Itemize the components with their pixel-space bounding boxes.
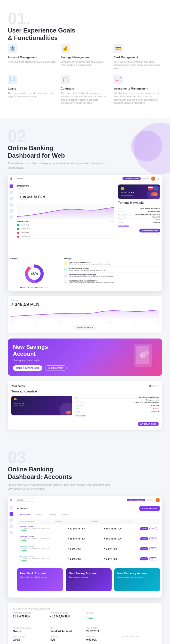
mastercard-logo <box>151 192 158 196</box>
acc-details-btn-2[interactable]: Details <box>140 537 148 540</box>
mc-logo <box>66 411 71 414</box>
sidebar-cards-icon[interactable] <box>10 197 13 200</box>
msg-icon-3 <box>64 274 67 278</box>
contract-icon: 📋 <box>61 75 70 84</box>
acc-sidebar-icon-4[interactable] <box>10 525 13 528</box>
msg-row-3: New investment options for you We've pre… <box>64 273 160 279</box>
messages-section: Messages Earn 20,000 bonus miles We've m… <box>61 255 162 291</box>
charges-section: Charges 48% Food Credit Finance All <box>8 255 61 291</box>
detail-card-number: Card number: 16 AAA 3147 3150 7500 3442 … <box>118 213 160 216</box>
section-03-desc: Here's the view of Accounts section wher… <box>8 483 111 491</box>
accounts-list-panel: Accounts + New Account All accounts Savi… <box>15 504 162 598</box>
accounts-search[interactable] <box>15 498 35 502</box>
tx-row-4: - 3702,00 PLN <box>17 235 114 239</box>
tab-all[interactable]: All accounts <box>17 512 33 517</box>
tab-currency[interactable]: Currency <box>58 512 72 517</box>
summary-sub: 7 Aug PLN <box>19 199 111 200</box>
card-icon: 💳 <box>113 44 123 53</box>
feature-card-management: 💳 Card Management Users will never lose … <box>113 44 162 70</box>
detail-card-type: Card Date: MasterCard PayPass <box>118 207 160 210</box>
acc-sidebar-icon-3[interactable] <box>10 518 13 522</box>
account-row-2: Checking Account 96 1062 0800 4090 6112 … <box>17 534 160 544</box>
summary-label: Balance <box>19 192 111 194</box>
sidebar-accounts-icon[interactable] <box>10 191 13 194</box>
chip <box>14 398 17 400</box>
card-holder-name: Tomasz Kowalski <box>121 195 158 196</box>
accounts-mockup: B + Add new account Tomasz <box>8 496 162 598</box>
detail-row-account: Account: Savings Account <box>75 399 159 401</box>
acc-details-btn-4[interactable]: Details <box>140 557 148 560</box>
col-available: Available <box>90 521 122 522</box>
add-account-btn-header[interactable]: + Add new account <box>127 499 145 501</box>
acc-more-btn-2[interactable]: More <box>149 537 157 540</box>
acc-details-btn-3[interactable]: Details <box>140 547 148 550</box>
savings-date-btn[interactable]: MAKE A DATE TO VISIT <box>13 365 42 371</box>
card-holder: Tomasz Kowalski <box>14 405 70 406</box>
acc-sidebar-icon-2[interactable] <box>10 512 13 516</box>
today-label: Today <box>110 221 114 222</box>
svg-text:$: $ <box>141 354 143 357</box>
acc-available-2: + 36 146,78 PLN <box>104 537 138 540</box>
feature-contracts: 📋 Contracts This panel collects all cont… <box>61 75 110 104</box>
new-savings-title: New Savings Account <box>13 344 65 357</box>
withdraw-card-btn[interactable]: WITHDRAW CARD <box>139 229 160 232</box>
card-number-display: 6876 74★★ <box>121 192 158 194</box>
nav-item-profile: Tomasz <box>143 178 149 180</box>
mc-red-circle <box>151 192 155 196</box>
acc-available-1: + 10 346,78 PLN <box>104 527 138 530</box>
acc-actions-3: Details More <box>140 547 157 550</box>
account-icon: 🏦 <box>8 44 17 53</box>
add-new-account-btn[interactable]: + New Account <box>139 506 160 511</box>
card-visual: 6876 74★★ Tomasz Kowalski <box>11 396 72 415</box>
acc-status-1: Open <box>20 529 27 532</box>
acc-more-btn-4[interactable]: More <box>149 557 157 560</box>
sidebar-transfer-icon[interactable] <box>10 203 13 207</box>
section-03: 03 Online Banking Dashboard: Accounts He… <box>0 439 170 644</box>
savings-offer-btn[interactable]: CHECK OFFER <box>45 365 67 371</box>
mockup-search[interactable] <box>15 177 35 180</box>
transactions-label: Transactions <box>17 221 28 222</box>
new-savings-card: New Savings Account Saving accounts can … <box>8 339 162 376</box>
savings-phone-illustration: $ <box>129 341 160 369</box>
feature-account-management: 🏦 Account Management All accounts are di… <box>8 44 57 70</box>
available-balance-item: Available balance + 10 346,78 PLN <box>50 611 83 620</box>
card-more-details[interactable]: More details › <box>75 415 86 417</box>
tab-checking[interactable]: Checking <box>45 512 58 517</box>
acc-sidebar-icon-5[interactable] <box>10 531 13 534</box>
balance-summary-card: Balance + 10 346,78 PLN 7 Aug PLN <box>17 191 114 202</box>
status-item: Status Open <box>87 611 120 620</box>
section-02-desc: The web version collects a large amount … <box>8 161 111 170</box>
acc-more-btn-1[interactable]: More <box>149 527 157 530</box>
add-account-header-btn[interactable]: + Add new account <box>122 177 141 180</box>
features-grid: 🏦 Account Management All accounts are di… <box>8 44 162 105</box>
investments-icon: 📈 <box>113 75 123 84</box>
withdraw-card-btn-2[interactable]: WITHDRAW CARD <box>138 422 159 426</box>
more-details-btn[interactable]: MORE DETAILS <box>74 325 96 330</box>
nav-item-settings[interactable]: ⚙ <box>157 177 160 180</box>
sidebar-dashboard-icon[interactable] <box>10 184 13 188</box>
more-details-link[interactable]: More details › <box>118 224 129 226</box>
new-saving-account-card: New Saving Account Open a savings accoun… <box>66 568 112 591</box>
accounts-nav: + Add new account Tomasz <box>127 498 160 502</box>
acc-sidebar-icon-1[interactable] <box>10 506 13 510</box>
sidebar-loans-icon[interactable] <box>10 209 13 213</box>
tx-name-3: - 200,00 PLN <box>20 232 114 234</box>
acc-more-btn-3[interactable]: More <box>149 547 157 550</box>
msg-icon-1 <box>64 262 67 265</box>
blocked-detail-item: Blocked: 0,00 PLN <box>86 635 120 641</box>
section-01-number: 01. <box>8 10 162 27</box>
sparkline-label: Balance <box>11 299 159 301</box>
new-account-cards-mockup: New Bank Account Set up a brand new bank… <box>17 568 160 591</box>
tab-savings[interactable]: Savings <box>33 512 45 517</box>
acc-details-btn-1[interactable]: Details <box>140 527 148 530</box>
card-num: 6876 74★★ <box>14 402 70 404</box>
msg-row-1: Earn 20,000 bonus miles We've made it ea… <box>64 260 160 267</box>
mc-o <box>68 411 71 414</box>
msg-row-4: New partnership program for you Join our… <box>64 279 160 285</box>
mockup-nav: + Add new account Tomasz ⚙ <box>122 176 160 181</box>
ownership-item: Ownership status: Owner <box>13 627 47 633</box>
donut-chart: 48% <box>10 261 58 287</box>
tx-dot-4 <box>17 236 19 238</box>
sidebar-settings-icon[interactable] <box>10 215 13 219</box>
mockup-logo: B <box>10 177 12 180</box>
